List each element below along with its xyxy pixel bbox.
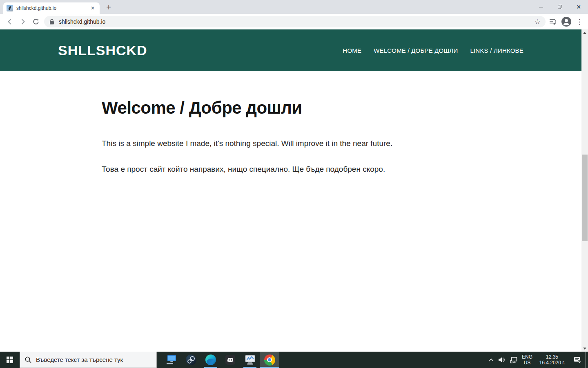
url-text[interactable]: shllshckd.github.io bbox=[59, 18, 530, 25]
taskbar-app-chrome[interactable] bbox=[260, 352, 279, 368]
volume-icon[interactable] bbox=[496, 352, 508, 368]
close-icon: ✕ bbox=[576, 4, 581, 10]
restore-button[interactable] bbox=[550, 0, 569, 14]
minimize-button[interactable] bbox=[532, 0, 550, 14]
clock[interactable]: 12:35 16.4.2020 г. bbox=[535, 352, 570, 368]
taskbar-app-edge[interactable] bbox=[201, 352, 220, 368]
chrome-icon bbox=[264, 355, 275, 366]
action-center-icon[interactable] bbox=[570, 352, 585, 368]
windows-taskbar: ENG US 12:35 16.4.2020 г. bbox=[0, 352, 588, 368]
nav-link-home[interactable]: HOME bbox=[343, 47, 361, 54]
computer-icon bbox=[166, 355, 177, 365]
browser-viewport: SHLLSHCKD HOME WELCOME / ДОБРЕ ДОШЛИ LIN… bbox=[0, 29, 588, 352]
window-controls: ✕ bbox=[532, 0, 588, 14]
toolbar-right: ⋮ bbox=[549, 16, 585, 27]
taskbar-app-computer[interactable] bbox=[162, 352, 181, 368]
tab-favicon-icon bbox=[7, 5, 13, 11]
system-tray: ENG US 12:35 16.4.2020 г. bbox=[486, 352, 588, 368]
language-indicator[interactable]: ENG US bbox=[520, 352, 535, 368]
browser-titlebar: shllshckd.github.io ✕ + ✕ bbox=[0, 0, 588, 14]
page-title: Welcome / Добре дошли bbox=[102, 98, 480, 118]
start-button[interactable] bbox=[0, 352, 20, 368]
browser-tab[interactable]: shllshckd.github.io ✕ bbox=[3, 2, 100, 14]
taskbar-app-task-manager[interactable] bbox=[240, 352, 260, 368]
paragraph-bulgarian: Това е прост сайт който направих, нищо с… bbox=[102, 164, 480, 175]
language-line2: US bbox=[524, 360, 531, 366]
search-icon bbox=[24, 356, 32, 364]
refresh-button[interactable] bbox=[29, 15, 42, 28]
taskbar-apps bbox=[162, 352, 279, 368]
taskbar-app-discord[interactable] bbox=[220, 352, 240, 368]
taskbar-app-steam[interactable] bbox=[181, 352, 201, 368]
steam-icon bbox=[186, 355, 196, 365]
profile-avatar-icon[interactable] bbox=[561, 16, 572, 27]
lock-icon bbox=[49, 18, 55, 25]
show-desktop-button[interactable] bbox=[585, 352, 587, 368]
network-icon[interactable] bbox=[508, 352, 520, 368]
site-nav: HOME WELCOME / ДОБРЕ ДОШЛИ LINKS / ЛИНКО… bbox=[343, 47, 523, 54]
browser-window: shllshckd.github.io ✕ + ✕ bbox=[0, 0, 588, 352]
taskbar-search-input[interactable] bbox=[36, 356, 146, 363]
scroll-up-arrow[interactable] bbox=[581, 29, 588, 36]
nav-link-welcome[interactable]: WELCOME / ДОБРЕ ДОШЛИ bbox=[374, 47, 458, 54]
clock-time: 12:35 bbox=[546, 354, 558, 360]
menu-kebab-icon[interactable]: ⋮ bbox=[576, 18, 583, 26]
page-main: Welcome / Добре дошли This is a simple w… bbox=[102, 71, 480, 175]
tab-close-icon[interactable]: ✕ bbox=[89, 4, 96, 12]
discord-icon bbox=[225, 355, 236, 365]
webpage: SHLLSHCKD HOME WELCOME / ДОБРЕ ДОШЛИ LIN… bbox=[0, 29, 581, 352]
site-brand[interactable]: SHLLSHCKD bbox=[58, 43, 147, 58]
scrollbar-thumb[interactable] bbox=[582, 155, 588, 241]
forward-button[interactable] bbox=[16, 15, 29, 28]
media-controls-icon[interactable] bbox=[549, 18, 557, 25]
clock-date: 16.4.2020 г. bbox=[539, 360, 565, 366]
scroll-down-arrow[interactable] bbox=[581, 345, 588, 352]
edge-icon bbox=[205, 355, 216, 365]
nav-link-links[interactable]: LINKS / ЛИНКОВЕ bbox=[470, 47, 523, 54]
close-window-button[interactable]: ✕ bbox=[569, 0, 588, 14]
taskbar-search[interactable] bbox=[20, 352, 157, 368]
new-tab-button[interactable]: + bbox=[103, 2, 114, 13]
address-bar[interactable]: shllshckd.github.io ☆ bbox=[44, 16, 546, 27]
task-manager-icon bbox=[245, 355, 256, 365]
page-scrollbar[interactable] bbox=[581, 29, 588, 352]
site-header: SHLLSHCKD HOME WELCOME / ДОБРЕ ДОШЛИ LIN… bbox=[0, 29, 581, 71]
tab-title: shllshckd.github.io bbox=[16, 5, 86, 11]
paragraph-english: This is a simple website I made, it's no… bbox=[102, 138, 480, 149]
windows-logo-icon bbox=[7, 357, 13, 363]
language-line1: ENG bbox=[522, 354, 532, 360]
tray-chevron-up-icon[interactable] bbox=[486, 352, 496, 368]
browser-toolbar: shllshckd.github.io ☆ ⋮ bbox=[0, 14, 588, 29]
bookmark-star-icon[interactable]: ☆ bbox=[535, 18, 541, 26]
back-button[interactable] bbox=[3, 15, 16, 28]
